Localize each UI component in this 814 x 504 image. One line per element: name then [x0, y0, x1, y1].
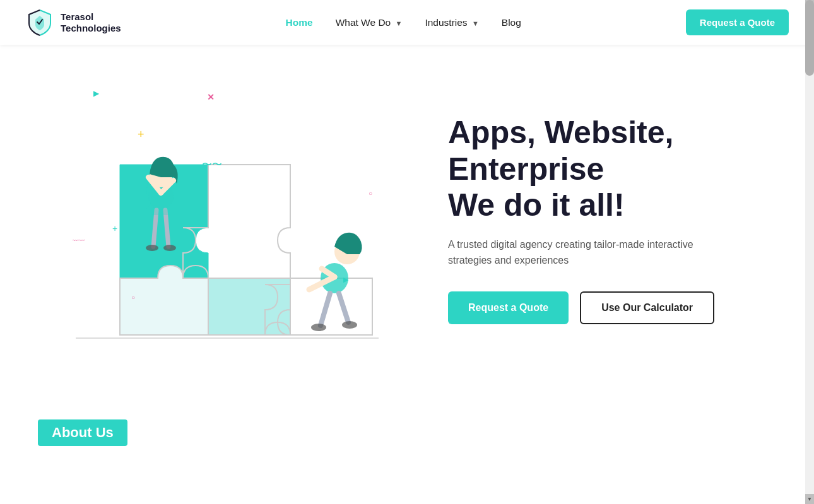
- deco-circle-right: ○: [369, 190, 372, 197]
- deco-triangle-bottom: ▶: [343, 276, 348, 284]
- deco-squiggle: 〜〜: [202, 158, 222, 172]
- deco-circle-bottom: ○: [131, 294, 135, 301]
- svg-line-14: [321, 293, 330, 325]
- hero-calculator-button[interactable]: Use Our Calculator: [580, 291, 714, 324]
- scrollbar[interactable]: ▲ ▼: [805, 0, 814, 504]
- logo[interactable]: Terasol Technologies: [25, 8, 121, 37]
- chevron-down-icon: ▼: [396, 20, 403, 27]
- deco-squiggle-bottom: 〰〰: [73, 237, 85, 244]
- logo-icon: [25, 8, 54, 37]
- hero-title: Apps, Website, Enterprise We do it all!: [448, 115, 764, 224]
- deco-x: ✕: [207, 92, 215, 102]
- svg-line-15: [339, 293, 348, 322]
- about-us-badge: About Us: [38, 419, 127, 446]
- deco-triangle: ▶: [93, 89, 99, 98]
- puzzle-svg: [38, 83, 379, 354]
- logo-text: Terasol Technologies: [61, 11, 121, 34]
- nav-links: Home What We Do ▼ Industries ▼ Blog: [286, 17, 521, 28]
- nav-request-quote-button[interactable]: Request a Quote: [686, 9, 789, 35]
- hero-subtitle: A trusted digital agency creating tailor…: [448, 237, 738, 269]
- brand-name-line1: Terasol: [61, 11, 121, 23]
- about-section: About Us: [0, 394, 814, 459]
- navbar: Terasol Technologies Home What We Do ▼ I…: [0, 0, 814, 45]
- svg-line-6: [165, 210, 168, 247]
- nav-what-we-do-label: What We Do: [336, 17, 391, 28]
- hero-section: ▶ ✕ + 〜〜 ○ 〰〰 + ○ ▶: [0, 45, 814, 394]
- svg-rect-9: [151, 196, 170, 215]
- deco-plus: +: [138, 128, 145, 141]
- nav-what-we-do[interactable]: What We Do ▼: [336, 17, 403, 28]
- hero-title-line3: We do it all!: [448, 187, 625, 223]
- nav-home[interactable]: Home: [286, 17, 313, 28]
- scroll-down-arrow[interactable]: ▼: [805, 494, 814, 504]
- nav-what-we-do-link[interactable]: What We Do ▼: [336, 17, 403, 28]
- hero-title-line1: Apps, Website,: [448, 115, 673, 150]
- nav-blog[interactable]: Blog: [502, 17, 521, 28]
- scrollbar-thumb[interactable]: [805, 0, 814, 76]
- deco-plus-lower: +: [112, 223, 117, 233]
- hero-buttons: Request a Quote Use Our Calculator: [448, 291, 764, 324]
- hero-title-line2: Enterprise: [448, 151, 604, 187]
- svg-line-5: [153, 210, 156, 247]
- hero-request-quote-button[interactable]: Request a Quote: [448, 291, 569, 324]
- hero-content: Apps, Website, Enterprise We do it all! …: [410, 115, 764, 324]
- nav-industries-label: Industries: [425, 17, 467, 28]
- nav-industries-link[interactable]: Industries ▼: [425, 17, 478, 28]
- svg-point-8: [163, 245, 176, 251]
- chevron-down-icon2: ▼: [472, 20, 479, 27]
- hero-illustration: ▶ ✕ + 〜〜 ○ 〰〰 + ○ ▶: [38, 83, 379, 356]
- nav-industries[interactable]: Industries ▼: [425, 17, 478, 28]
- nav-home-link[interactable]: Home: [286, 17, 313, 28]
- svg-point-17: [342, 321, 357, 329]
- brand-name-line2: Technologies: [61, 23, 121, 34]
- svg-point-7: [146, 245, 158, 251]
- nav-blog-link[interactable]: Blog: [502, 17, 521, 28]
- svg-point-16: [311, 324, 326, 331]
